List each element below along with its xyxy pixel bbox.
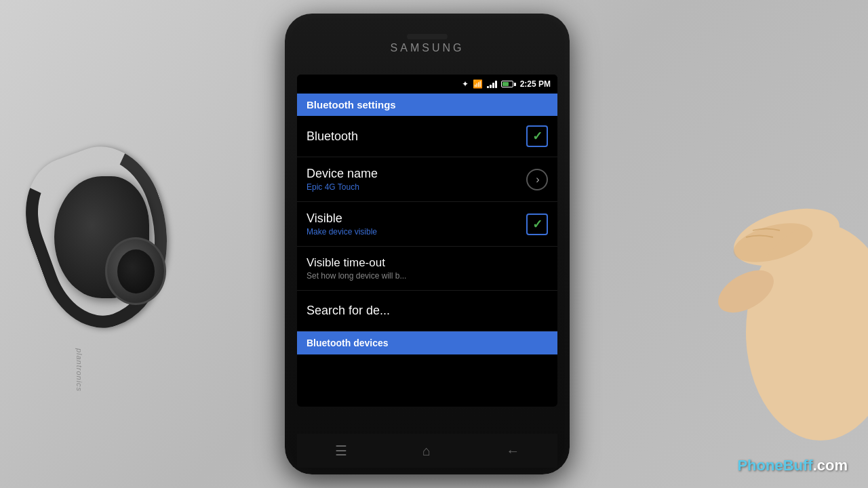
phone-speaker	[407, 34, 448, 39]
earpiece-speaker	[105, 237, 166, 305]
settings-item-search-left: Search for de...	[307, 304, 548, 318]
settings-item-visible[interactable]: Visible Make device visible ✓	[297, 202, 557, 247]
wifi-status-icon: 📶	[473, 79, 483, 89]
device-name-arrow[interactable]: ›	[526, 169, 548, 190]
bluetooth-devices-label: Bluetooth devices	[307, 338, 389, 348]
bottom-nav: ☰ ⌂ ←	[297, 434, 557, 468]
signal-icon	[487, 80, 497, 88]
phone-brand: SAMSUNG	[391, 42, 465, 54]
watermark: PhoneBuff.com	[737, 457, 848, 474]
battery-icon	[501, 81, 516, 87]
watermark-colored: PhoneBuff	[737, 457, 812, 474]
settings-item-search-devices[interactable]: Search for de...	[297, 291, 557, 331]
bluetooth-checkbox[interactable]: ✓	[526, 125, 548, 147]
settings-item-visible-left: Visible Make device visible	[307, 211, 526, 237]
settings-item-device-name[interactable]: Device name Epic 4G Touch ›	[297, 157, 557, 202]
earpiece-decoration: plantronics	[20, 136, 210, 393]
back-button[interactable]: ←	[506, 443, 519, 459]
settings-item-bluetooth-left: Bluetooth	[307, 129, 526, 144]
status-bar: ✦ 📶 2:25 PM	[297, 75, 557, 94]
settings-item-visible-timeout[interactable]: Visible time-out Set how long device wil…	[297, 247, 557, 291]
bluetooth-status-icon: ✦	[462, 79, 469, 89]
settings-header-title: Bluetooth settings	[307, 99, 396, 110]
visible-subtitle: Make device visible	[307, 227, 526, 237]
visible-title: Visible	[307, 211, 526, 226]
menu-button[interactable]: ☰	[335, 443, 347, 459]
settings-list: Bluetooth ✓ Device name Epic 4G Touch ›	[297, 116, 557, 354]
watermark-plain: .com	[813, 457, 848, 474]
settings-header: Bluetooth settings	[297, 94, 557, 116]
visible-checkmark: ✓	[532, 217, 542, 232]
device-name-title: Device name	[307, 167, 526, 181]
status-time: 2:25 PM	[520, 79, 551, 89]
bluetooth-checkmark: ✓	[532, 129, 542, 144]
device-name-subtitle: Epic 4G Touch	[307, 182, 526, 192]
settings-item-visible-timeout-left: Visible time-out Set how long device wil…	[307, 256, 548, 281]
home-button[interactable]: ⌂	[422, 443, 431, 459]
visible-checkbox[interactable]: ✓	[526, 214, 548, 235]
search-devices-title: Search for de...	[307, 304, 548, 318]
phone-screen: ✦ 📶 2:25 PM Bluetooth settings	[297, 75, 557, 407]
settings-item-bluetooth[interactable]: Bluetooth ✓	[297, 116, 557, 157]
phone-device: SAMSUNG ✦ 📶 2:25 PM Bluetooth settings	[285, 14, 570, 474]
bluetooth-item-title: Bluetooth	[307, 129, 526, 144]
plantronics-label: plantronics	[75, 348, 83, 392]
visible-timeout-subtitle: Set how long device will b...	[307, 271, 548, 281]
visible-timeout-title: Visible time-out	[307, 256, 548, 270]
bluetooth-devices-section: Bluetooth devices	[297, 331, 557, 354]
settings-item-device-name-left: Device name Epic 4G Touch	[307, 167, 526, 192]
earpiece-body	[54, 176, 149, 298]
chevron-right-icon: ›	[536, 174, 539, 186]
